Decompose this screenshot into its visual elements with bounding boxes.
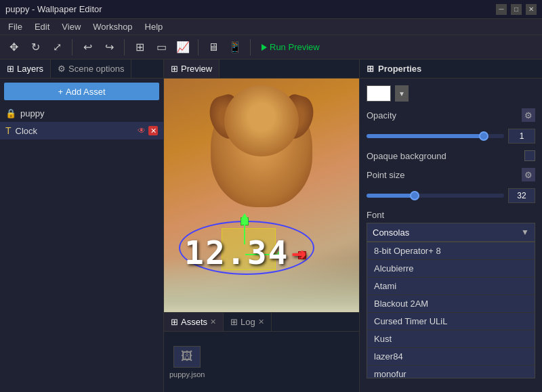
move-tool-button[interactable]: ✥ [4,38,23,57]
font-item-0[interactable]: 8-bit Operator+ 8 [367,242,535,260]
asset-puppy-json-icon: 🖼 [173,346,201,368]
tab-scene-options[interactable]: ⚙ Scene options [51,60,131,78]
panel-tabs: ⊞ Layers ⚙ Scene options [0,60,163,79]
title-bar: puppy - Wallpaper Editor ─ □ ✕ [0,0,542,19]
opacity-thumb[interactable] [479,131,488,141]
font-list-scroll[interactable]: 8-bit Operator+ 8 Alcubierre Atami Black… [367,242,535,378]
opaque-bg-checkbox[interactable] [524,150,535,161]
layer-clock[interactable]: T Clock 👁 ✕ [0,122,163,139]
rotate-tool-button[interactable]: ↻ [26,38,45,57]
title-bar-title: puppy - Wallpaper Editor [5,4,102,14]
opaque-bg-row: Opaque background [367,150,535,161]
opacity-control: ⚙ [522,108,535,122]
preview-tab-bar: ⊞ Preview [164,60,359,79]
toolbar: ✥ ↻ ⤢ ↩ ↪ ⊞ ▭ 📈 🖥 📱 Run Preview [0,35,542,60]
font-selected-label: Consolas [373,227,409,238]
separator-3 [198,39,199,56]
asset-puppy-json[interactable]: 🖼 puppy.json [169,346,205,378]
font-section: Font Consolas ▼ 8-bit Operator+ 8 Alcubi… [367,210,535,378]
layer-clock-controls: 👁 ✕ [138,126,158,135]
point-size-control: ⚙ [522,168,535,181]
menu-edit[interactable]: Edit [29,20,55,33]
run-preview-label: Run Preview [270,42,320,52]
point-size-value: 32 [508,188,535,203]
maximize-button[interactable]: □ [511,4,522,15]
font-item-1[interactable]: Alcubierre [367,260,535,278]
opacity-value: 1 [508,129,535,144]
add-asset-button[interactable]: + Add Asset [4,83,159,100]
redo-button[interactable]: ↪ [100,38,119,57]
point-size-thumb[interactable] [410,191,419,200]
preview-area: 12.34 → [164,79,359,312]
log-tab-icon: ⊞ [230,317,238,327]
lock-icon: 🔒 [5,108,16,118]
bottom-tab-bar: ⊞ Assets ✕ ⊞ Log ✕ [164,312,359,331]
font-list: 8-bit Operator+ 8 Alcubierre Atami Black… [367,242,535,378]
font-item-5[interactable]: Kust [367,330,535,348]
menu-file[interactable]: File [3,20,28,33]
opacity-slider-row: 1 [367,129,535,144]
clock-arrow-right-icon: → [292,239,307,267]
point-size-gear-button[interactable]: ⚙ [522,168,535,181]
point-size-row: Point size ⚙ [367,168,535,181]
puppy-head [224,85,299,156]
point-size-label: Point size [367,170,404,180]
properties-content: ▼ Opacity ⚙ 1 Opaque background [360,79,542,392]
scale-tool-button[interactable]: ⤢ [47,38,66,57]
font-item-3[interactable]: Blackout 2AM [367,295,535,313]
run-preview-button[interactable]: Run Preview [256,39,325,55]
separator-1 [72,39,72,56]
menu-help[interactable]: Help [140,20,169,33]
left-panel: ⊞ Layers ⚙ Scene options + Add Asset 🔒 p… [0,60,164,392]
close-button[interactable]: ✕ [526,4,537,15]
assets-tab-close[interactable]: ✕ [210,318,216,326]
font-item-7[interactable]: monofur [367,366,535,378]
phone-button[interactable]: 📱 [226,38,245,57]
log-tab-label: Log [241,317,255,327]
font-label: Font [367,210,535,220]
color-row: ▼ [367,85,535,102]
layer-puppy[interactable]: 🔒 puppy [0,104,163,122]
tab-preview[interactable]: ⊞ Preview [164,60,220,78]
color-swatch[interactable] [367,85,391,102]
log-tab-close[interactable]: ✕ [258,318,264,326]
add-icon: + [58,87,63,97]
main-layout: ⊞ Layers ⚙ Scene options + Add Asset 🔒 p… [0,60,542,392]
rect-button[interactable]: ▭ [152,38,171,57]
point-size-slider[interactable] [367,194,504,198]
opaque-bg-label: Opaque background [367,151,446,161]
font-dropdown[interactable]: Consolas ▼ [367,223,535,242]
font-dropdown-arrow: ▼ [521,227,529,237]
color-dropdown-button[interactable]: ▼ [395,85,409,102]
title-bar-controls: ─ □ ✕ [496,4,537,15]
scene-options-icon: ⚙ [58,64,66,74]
tab-log[interactable]: ⊞ Log ✕ [224,313,272,331]
grid-button[interactable]: ⊞ [130,38,149,57]
menu-workshop[interactable]: Workshop [87,20,138,33]
tab-assets[interactable]: ⊞ Assets ✕ [164,313,224,331]
asset-puppy-json-name: puppy.json [169,370,205,378]
opacity-row: Opacity ⚙ [367,108,535,122]
center-panel: ⊞ Preview [164,60,359,392]
opacity-fill [367,134,484,138]
eye-icon[interactable]: 👁 [138,126,146,135]
menu-view[interactable]: View [56,20,86,33]
preview-image: 12.34 → [164,79,359,312]
undo-button[interactable]: ↩ [78,38,97,57]
layer-puppy-name: puppy [20,108,158,118]
tab-layers[interactable]: ⊞ Layers [0,60,51,78]
layer-delete-button[interactable]: ✕ [148,126,158,135]
opacity-slider[interactable] [367,134,504,138]
add-asset-label: Add Asset [66,87,106,97]
opacity-gear-button[interactable]: ⚙ [522,108,535,122]
assets-tab-icon: ⊞ [171,317,178,327]
minimize-button[interactable]: ─ [496,4,507,15]
chart-button[interactable]: 📈 [173,38,192,57]
desktop-button[interactable]: 🖥 [204,38,223,57]
preview-icon: ⊞ [171,64,178,74]
font-item-4[interactable]: Cursed Timer ULiL [367,313,535,330]
font-item-2[interactable]: Atami [367,278,535,295]
separator-4 [250,39,251,56]
clock-display: 12.34 → [184,234,306,271]
font-item-6[interactable]: lazer84 [367,348,535,366]
